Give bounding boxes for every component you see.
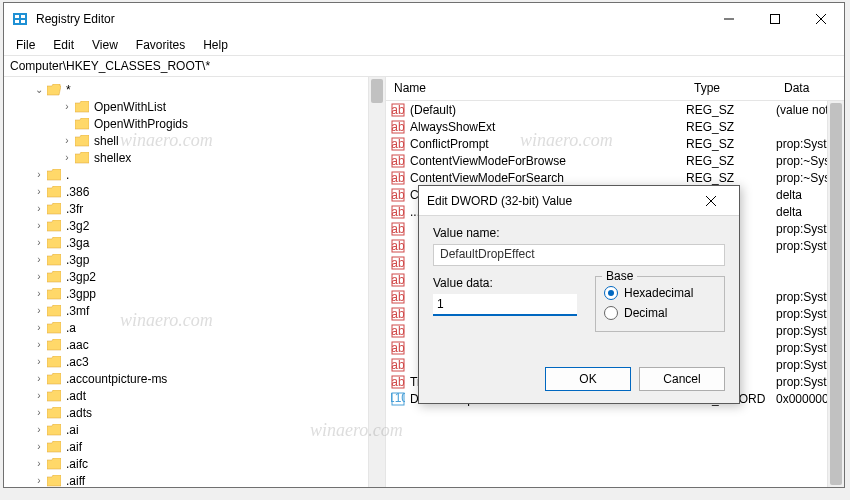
- string-value-icon: ab: [390, 204, 406, 220]
- tree-item[interactable]: .aif: [66, 440, 82, 454]
- chevron-right-icon[interactable]: ›: [32, 475, 46, 486]
- radio-hexadecimal[interactable]: Hexadecimal: [604, 283, 716, 303]
- value-data-input[interactable]: [433, 294, 577, 316]
- dialog-title-bar[interactable]: Edit DWORD (32-bit) Value: [419, 186, 739, 216]
- tree-item[interactable]: OpenWithList: [94, 100, 166, 114]
- tree-item[interactable]: shell: [94, 134, 119, 148]
- folder-icon: [46, 185, 62, 199]
- value-row[interactable]: ab(Default)REG_SZ(value not set): [386, 101, 844, 118]
- tree-item[interactable]: OpenWithProgids: [94, 117, 188, 131]
- list-header[interactable]: Name Type Data: [386, 77, 844, 101]
- string-value-icon: ab: [390, 119, 406, 135]
- tree-item[interactable]: shellex: [94, 151, 131, 165]
- chevron-right-icon[interactable]: ›: [60, 135, 74, 146]
- column-data[interactable]: Data: [776, 77, 844, 100]
- folder-icon: [74, 151, 90, 165]
- string-value-icon: ab: [390, 187, 406, 203]
- svg-text:ab: ab: [391, 171, 405, 185]
- chevron-right-icon[interactable]: ›: [32, 441, 46, 452]
- folder-icon: [46, 474, 62, 488]
- chevron-right-icon[interactable]: ›: [32, 339, 46, 350]
- svg-rect-0: [13, 13, 27, 25]
- tree-item[interactable]: .3mf: [66, 304, 89, 318]
- tree-pane[interactable]: ⌄*›OpenWithList›OpenWithProgids›shell›sh…: [4, 77, 386, 487]
- tree-item[interactable]: .3fr: [66, 202, 83, 216]
- tree-item[interactable]: *: [66, 83, 71, 97]
- value-name: ContentViewModeForSearch: [410, 171, 564, 185]
- tree-item[interactable]: .a: [66, 321, 76, 335]
- dialog-close-button[interactable]: [691, 186, 731, 215]
- tree-item[interactable]: .3gp2: [66, 270, 96, 284]
- chevron-right-icon[interactable]: ›: [32, 169, 46, 180]
- svg-text:ab: ab: [391, 137, 405, 151]
- chevron-right-icon[interactable]: ›: [32, 186, 46, 197]
- minimize-button[interactable]: [706, 3, 752, 35]
- string-value-icon: ab: [390, 255, 406, 271]
- chevron-right-icon[interactable]: ›: [32, 220, 46, 231]
- address-bar[interactable]: Computer\HKEY_CLASSES_ROOT\*: [4, 55, 844, 77]
- menu-edit[interactable]: Edit: [45, 36, 82, 54]
- menu-view[interactable]: View: [84, 36, 126, 54]
- tree-scrollbar[interactable]: [368, 77, 385, 487]
- tree-item[interactable]: .aiff: [66, 474, 85, 488]
- chevron-right-icon[interactable]: ›: [32, 373, 46, 384]
- chevron-right-icon[interactable]: ›: [32, 271, 46, 282]
- tree-item[interactable]: .3gpp: [66, 287, 96, 301]
- menu-file[interactable]: File: [8, 36, 43, 54]
- chevron-right-icon[interactable]: ›: [32, 407, 46, 418]
- menu-help[interactable]: Help: [195, 36, 236, 54]
- value-name: AlwaysShowExt: [410, 120, 495, 134]
- chevron-right-icon[interactable]: ›: [32, 288, 46, 299]
- string-value-icon: ab: [390, 340, 406, 356]
- tree-item[interactable]: .ac3: [66, 355, 89, 369]
- chevron-right-icon[interactable]: ›: [32, 390, 46, 401]
- column-type[interactable]: Type: [686, 77, 776, 100]
- value-row[interactable]: abContentViewModeForSearchREG_SZprop:~Sy…: [386, 169, 844, 186]
- tree-item[interactable]: .: [66, 168, 69, 182]
- chevron-down-icon[interactable]: ⌄: [32, 84, 46, 95]
- tree-item[interactable]: .adts: [66, 406, 92, 420]
- tree-item[interactable]: .3g2: [66, 219, 89, 233]
- string-value-icon: ab: [390, 323, 406, 339]
- svg-rect-3: [15, 20, 19, 23]
- tree-item[interactable]: .3ga: [66, 236, 89, 250]
- folder-icon: [46, 355, 62, 369]
- radio-dec-label: Decimal: [624, 306, 667, 320]
- chevron-right-icon[interactable]: ›: [32, 458, 46, 469]
- chevron-right-icon[interactable]: ›: [60, 152, 74, 163]
- value-row[interactable]: abAlwaysShowExtREG_SZ: [386, 118, 844, 135]
- tree-item[interactable]: .3gp: [66, 253, 89, 267]
- column-name[interactable]: Name: [386, 77, 686, 100]
- folder-icon: [46, 202, 62, 216]
- string-value-icon: ab: [390, 170, 406, 186]
- ok-button[interactable]: OK: [545, 367, 631, 391]
- close-button[interactable]: [798, 3, 844, 35]
- menu-favorites[interactable]: Favorites: [128, 36, 193, 54]
- chevron-right-icon[interactable]: ›: [32, 237, 46, 248]
- folder-icon: [46, 406, 62, 420]
- value-row[interactable]: abContentViewModeForBrowseREG_SZprop:~Sy…: [386, 152, 844, 169]
- tree-item[interactable]: .386: [66, 185, 89, 199]
- radio-decimal[interactable]: Decimal: [604, 303, 716, 323]
- cancel-button[interactable]: Cancel: [639, 367, 725, 391]
- tree-item[interactable]: .aac: [66, 338, 89, 352]
- chevron-right-icon[interactable]: ›: [32, 203, 46, 214]
- chevron-right-icon[interactable]: ›: [32, 305, 46, 316]
- chevron-right-icon[interactable]: ›: [32, 356, 46, 367]
- list-scrollbar[interactable]: [827, 101, 844, 487]
- folder-icon: [46, 236, 62, 250]
- folder-icon: [46, 423, 62, 437]
- string-value-icon: ab: [390, 306, 406, 322]
- chevron-right-icon[interactable]: ›: [60, 101, 74, 112]
- chevron-right-icon[interactable]: ›: [32, 424, 46, 435]
- tree-item[interactable]: .adt: [66, 389, 86, 403]
- tree-item[interactable]: .aifc: [66, 457, 88, 471]
- tree-item[interactable]: .accountpicture-ms: [66, 372, 167, 386]
- tree-item[interactable]: .ai: [66, 423, 79, 437]
- chevron-right-icon[interactable]: ›: [32, 254, 46, 265]
- title-bar[interactable]: Registry Editor: [4, 3, 844, 35]
- chevron-right-icon[interactable]: ›: [32, 322, 46, 333]
- value-row[interactable]: abConflictPromptREG_SZprop:System.Item..…: [386, 135, 844, 152]
- window-title: Registry Editor: [36, 12, 706, 26]
- maximize-button[interactable]: [752, 3, 798, 35]
